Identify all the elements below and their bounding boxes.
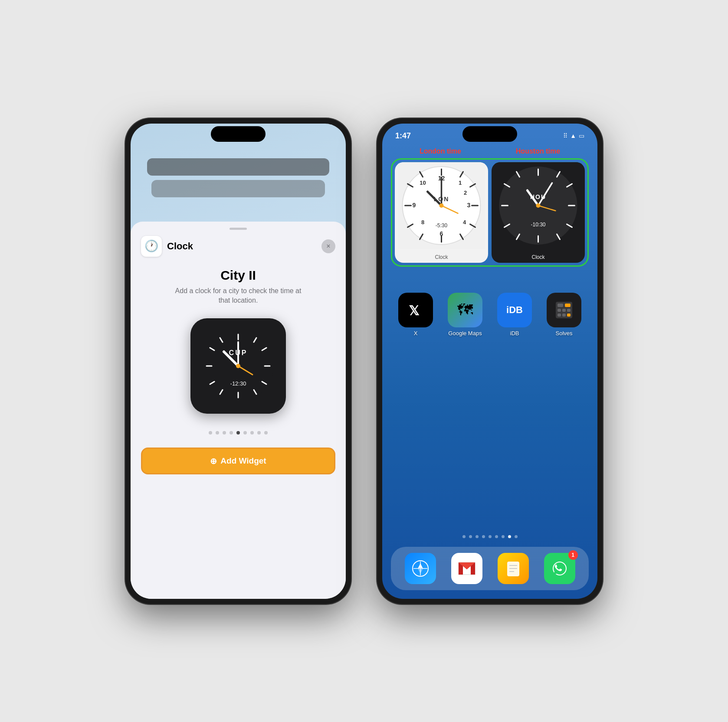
add-widget-label: Add Widget	[220, 456, 266, 466]
houston-analog-clock: HOU -10:30	[492, 162, 585, 249]
dynamic-island-1	[211, 126, 266, 142]
status-icons: ⠿ ▲ ▭	[563, 132, 584, 139]
dock-notes[interactable]	[498, 553, 529, 584]
svg-text:𝕏: 𝕏	[409, 304, 420, 318]
svg-point-18	[236, 364, 240, 368]
dot-8	[257, 431, 261, 435]
svg-text:1: 1	[459, 180, 462, 186]
svg-text:9: 9	[413, 202, 416, 209]
add-widget-icon: ⊕	[210, 456, 217, 466]
page-dot-2	[469, 535, 472, 538]
analog-clock-preview: CUP -12:30	[201, 329, 275, 403]
svg-point-67	[536, 203, 541, 208]
clock-widget-preview: CUP -12:30	[190, 318, 286, 414]
blur-card-1	[147, 158, 329, 176]
page-dot-9	[515, 535, 518, 538]
phone-2: 1:47 ⠿ ▲ ▭ London time Houston time	[377, 118, 603, 604]
maps-app-icon: 🗺	[448, 293, 482, 327]
page-dots	[209, 431, 268, 435]
svg-rect-74	[567, 309, 571, 312]
add-widget-button[interactable]: ⊕ Add Widget	[141, 448, 335, 474]
safari-icon	[405, 553, 436, 584]
svg-rect-71	[565, 304, 571, 307]
phone-1-screen: 🕐 Clock × City II Add a clock for a city…	[131, 124, 346, 599]
dot-5-active	[236, 431, 240, 435]
whatsapp-icon: 1	[544, 553, 575, 584]
dock-whatsapp[interactable]: 1	[544, 553, 575, 584]
svg-text:4: 4	[463, 219, 466, 225]
whatsapp-logo	[551, 560, 568, 577]
app-item-x[interactable]: 𝕏 X	[395, 293, 436, 336]
app-grid: 𝕏 X 🗺 Google Maps iDB iDB	[395, 293, 584, 336]
app-item-maps[interactable]: 🗺 Google Maps	[445, 293, 485, 336]
houston-time-label: Houston time	[516, 147, 560, 155]
solves-app-icon	[547, 293, 581, 327]
dock: 1	[391, 547, 589, 590]
dot-2	[216, 431, 219, 435]
svg-text:6: 6	[440, 230, 443, 237]
page-dot-5	[489, 535, 492, 538]
dot-3	[223, 431, 226, 435]
dock-safari[interactable]	[405, 553, 436, 584]
dot-1	[209, 431, 212, 435]
dot-7	[250, 431, 254, 435]
widget-picker-sheet: 🕐 Clock × City II Add a clock for a city…	[131, 222, 346, 599]
notes-logo	[505, 560, 522, 577]
idb-app-icon: iDB	[497, 293, 532, 327]
page-dot-1	[462, 535, 466, 538]
widget-area: London time Houston time	[391, 158, 589, 267]
clock-app-icon: 🕐	[141, 236, 162, 257]
blur-card-2	[151, 180, 325, 197]
solves-app-name: Solves	[555, 330, 572, 336]
home-page-dots	[382, 535, 597, 538]
london-analog-clock: 12 3 6 9 1 4 8 10 2 LON -5:30	[395, 162, 488, 249]
whatsapp-badge: 1	[568, 550, 578, 560]
svg-text:10: 10	[420, 180, 426, 186]
wifi-icon: ▲	[570, 132, 576, 139]
sheet-app-name: Clock	[167, 241, 193, 252]
notes-icon	[498, 553, 529, 584]
svg-rect-73	[562, 309, 566, 312]
background-cards	[131, 158, 346, 197]
dot-6	[243, 431, 247, 435]
maps-app-name: Google Maps	[448, 330, 482, 336]
houston-clock-widget[interactable]: HOU -10:30 Clock	[492, 162, 585, 263]
x-logo: 𝕏	[407, 301, 425, 319]
svg-rect-70	[557, 304, 563, 307]
gmail-logo	[458, 562, 476, 575]
svg-text:2: 2	[464, 189, 467, 196]
sheet-handle	[230, 228, 247, 230]
london-clock-widget[interactable]: 12 3 6 9 1 4 8 10 2 LON -5:30	[395, 162, 488, 263]
widget-name: City II	[220, 268, 256, 283]
app-item-idb[interactable]: iDB iDB	[494, 293, 535, 336]
close-button[interactable]: ×	[321, 239, 335, 253]
dot-9	[264, 431, 268, 435]
idb-app-name: iDB	[510, 330, 519, 336]
phone-1: 🕐 Clock × City II Add a clock for a city…	[125, 118, 351, 604]
widget-labels: London time Houston time	[392, 147, 587, 155]
app-item-solves[interactable]: Solves	[544, 293, 584, 336]
dock-gmail[interactable]	[451, 553, 482, 584]
svg-text:8: 8	[421, 219, 424, 225]
x-app-icon: 𝕏	[398, 293, 433, 327]
svg-point-47	[439, 203, 444, 208]
battery-icon: ▭	[579, 132, 584, 139]
page-dot-3	[475, 535, 479, 538]
status-time: 1:47	[395, 131, 411, 140]
page-dot-6	[495, 535, 498, 538]
svg-text:-5:30: -5:30	[436, 222, 448, 229]
widget-description: Add a clock for a city to check the time…	[173, 286, 303, 306]
x-app-name: X	[414, 330, 418, 336]
svg-text:3: 3	[467, 202, 471, 209]
grid-icon: ⠿	[563, 132, 567, 139]
svg-text:-10:30: -10:30	[531, 222, 545, 228]
page-dot-7	[502, 535, 505, 538]
dynamic-island-2	[462, 126, 517, 142]
page-dot-8-active	[508, 535, 511, 538]
svg-rect-77	[567, 314, 571, 317]
sheet-header: 🕐 Clock ×	[141, 236, 335, 257]
safari-logo	[412, 560, 429, 577]
svg-rect-76	[562, 314, 566, 317]
svg-rect-72	[557, 309, 561, 312]
houston-clock-label: Clock	[492, 254, 585, 260]
